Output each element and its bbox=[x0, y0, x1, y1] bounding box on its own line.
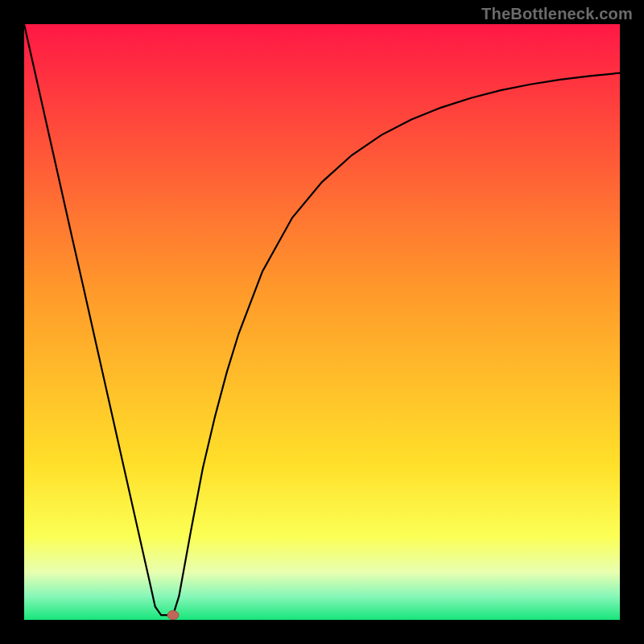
background-gradient bbox=[24, 24, 620, 620]
plot-area bbox=[24, 24, 620, 620]
chart-frame: TheBottleneck.com bbox=[0, 0, 644, 644]
optimal-marker-icon bbox=[167, 611, 179, 620]
attribution-label: TheBottleneck.com bbox=[481, 5, 633, 23]
chart-svg bbox=[24, 24, 620, 620]
